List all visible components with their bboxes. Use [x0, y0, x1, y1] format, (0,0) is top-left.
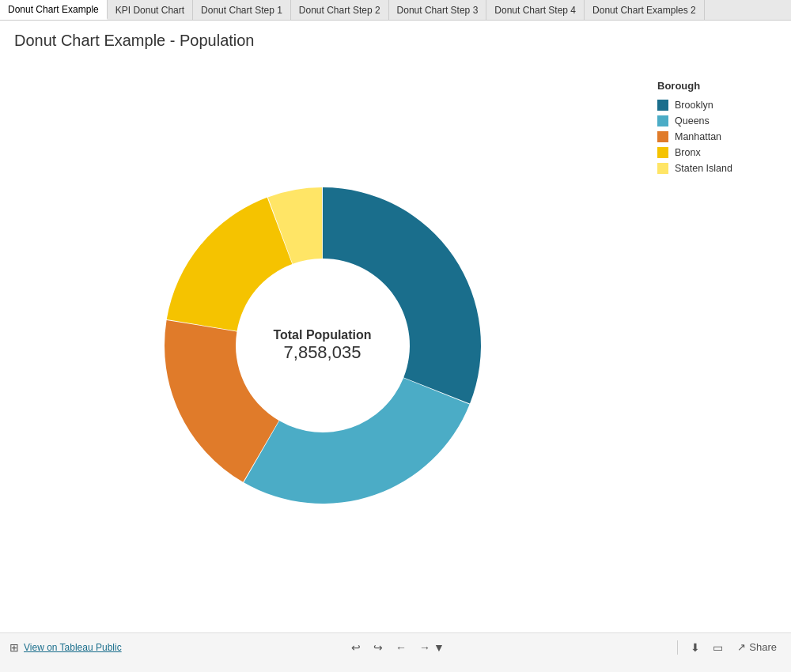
tab-bar: Donut Chart Example KPI Donut Chart Donu…	[0, 0, 791, 21]
view-tableau-label[interactable]: View on Tableau Public	[24, 642, 122, 653]
legend-item: Bronx	[657, 147, 778, 158]
share-button[interactable]: ↗ Share	[732, 640, 782, 655]
legend-item: Brooklyn	[657, 100, 778, 111]
undo-button[interactable]: ↩	[348, 640, 364, 655]
share-label: Share	[749, 641, 777, 653]
chart-area: Total Population 7,858,035 Borough Brook…	[0, 58, 791, 632]
bottom-left: ⊞ View on Tableau Public	[9, 641, 122, 654]
donut-segment-brooklyn[interactable]	[323, 187, 481, 404]
redo-button[interactable]: ↪	[370, 640, 386, 655]
tab-donut-chart-examples-2[interactable]: Donut Chart Examples 2	[585, 0, 705, 20]
legend-item-label: Staten Island	[675, 163, 732, 174]
legend-title: Borough	[657, 80, 778, 92]
bottom-right: ⬇ ▭ ↗ Share	[674, 640, 782, 655]
tab-donut-chart-step-3[interactable]: Donut Chart Step 3	[389, 0, 487, 20]
tab-donut-chart-step-1[interactable]: Donut Chart Step 1	[193, 0, 291, 20]
legend-color-swatch	[657, 163, 668, 174]
divider	[677, 640, 678, 655]
tableau-icon: ⊞	[9, 641, 19, 654]
fullscreen-button[interactable]: ▭	[710, 640, 726, 655]
share-icon: ↗	[737, 641, 746, 653]
page-title: Donut Chart Example - Population	[0, 21, 791, 58]
back-button[interactable]: ←	[392, 640, 410, 655]
tab-kpi-donut-chart[interactable]: KPI Donut Chart	[108, 0, 193, 20]
main-content: Donut Chart Example - Population Total P…	[0, 21, 791, 661]
download-button[interactable]: ⬇	[687, 640, 703, 655]
legend-item-label: Queens	[675, 115, 710, 126]
bottom-center: ↩ ↪ ← → ▼	[348, 640, 448, 655]
bottom-bar: ⊞ View on Tableau Public ↩ ↪ ← → ▼ ⬇ ▭ ↗…	[0, 632, 791, 661]
donut-chart-container: Total Population 7,858,035	[0, 58, 645, 632]
legend: Borough Brooklyn Queens Manhattan Bronx …	[645, 58, 791, 632]
legend-item: Manhattan	[657, 131, 778, 142]
donut-segment-queens[interactable]	[244, 377, 469, 503]
donut-wrapper: Total Population 7,858,035	[141, 164, 505, 527]
legend-color-swatch	[657, 115, 668, 126]
tab-donut-chart-step-2[interactable]: Donut Chart Step 2	[291, 0, 389, 20]
donut-segment-bronx[interactable]	[166, 197, 292, 330]
legend-color-swatch	[657, 100, 668, 111]
legend-items: Brooklyn Queens Manhattan Bronx Staten I…	[657, 100, 778, 174]
donut-chart-svg	[141, 164, 505, 527]
legend-color-swatch	[657, 147, 668, 158]
tab-donut-chart-example[interactable]: Donut Chart Example	[0, 0, 108, 20]
legend-item-label: Manhattan	[675, 131, 721, 142]
legend-color-swatch	[657, 131, 668, 142]
legend-item-label: Brooklyn	[675, 100, 713, 111]
forward-button-with-dropdown[interactable]: → ▼	[416, 640, 448, 655]
legend-item: Staten Island	[657, 163, 778, 174]
tab-donut-chart-step-4[interactable]: Donut Chart Step 4	[486, 0, 585, 20]
legend-item-label: Bronx	[675, 147, 701, 158]
legend-item: Queens	[657, 115, 778, 126]
